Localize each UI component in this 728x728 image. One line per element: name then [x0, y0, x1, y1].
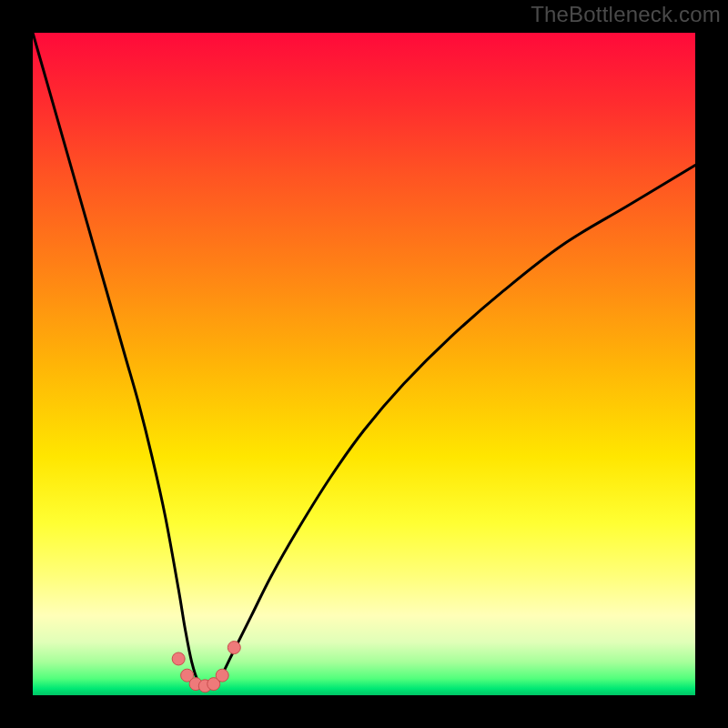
curve-markers [172, 642, 240, 693]
chart-stage: TheBottleneck.com [0, 0, 728, 728]
plot-area [33, 33, 695, 695]
curve-layer [33, 33, 695, 695]
bottleneck-curve [33, 33, 695, 688]
watermark-text: TheBottleneck.com [531, 2, 721, 27]
curve-marker [228, 642, 240, 654]
curve-marker [216, 669, 228, 682]
curve-marker [172, 652, 185, 665]
